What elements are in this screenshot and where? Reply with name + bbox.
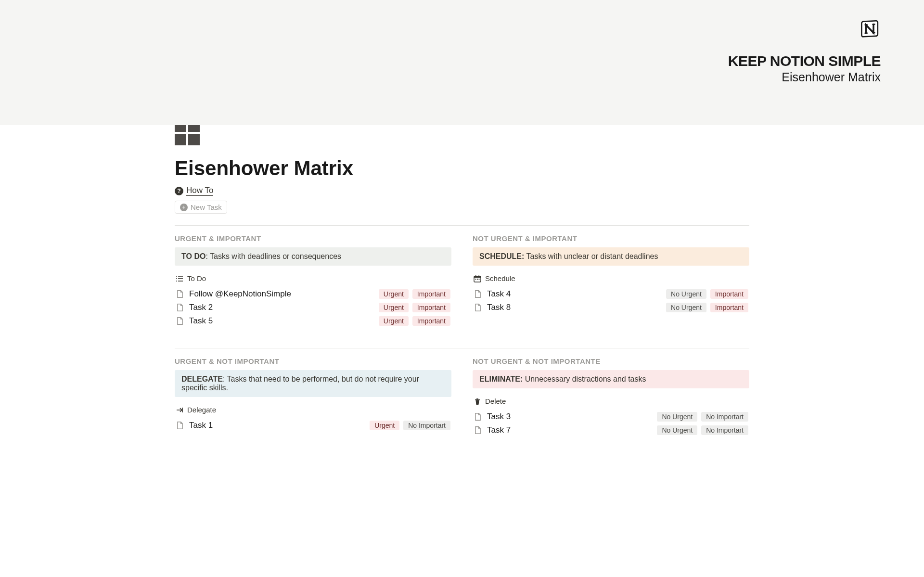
callout-todo: TO DO: Tasks with deadlines or consequen… [175,247,451,266]
trash-icon [474,397,481,405]
task-list: Follow @KeepNotionSimpleUrgentImportantT… [175,287,451,328]
notion-logo [860,18,881,41]
tag-urgent: Urgent [379,316,409,326]
tag-no_urgent: No Urgent [657,412,697,422]
tag-important: Important [710,303,748,312]
svg-rect-6 [178,281,183,282]
svg-rect-13 [479,279,480,280]
view-schedule[interactable]: Schedule [473,271,749,287]
task-tags: UrgentImportant [379,289,450,299]
task-list: Task 3No UrgentNo ImportartTask 7No Urge… [473,410,749,437]
task-title: Task 1 [189,421,365,430]
page-icon [474,303,482,312]
new-task-button[interactable]: + New Task [175,201,227,214]
tag-urgent: Urgent [379,289,409,299]
question-icon: ? [175,187,183,195]
matrix-grid-bottom: URGENT & NOT IMPORTANT DELEGATE: Tasks t… [175,357,749,437]
callout-delegate: DELEGATE: Tasks that need to be performe… [175,370,451,397]
cover-area: KEEP NOTION SIMPLE Eisenhower Matrix [0,0,924,125]
tag-no_urgent: No Urgent [666,289,706,299]
matrix-grid: URGENT & IMPORTANT TO DO: Tasks with dea… [175,234,749,344]
view-delegate[interactable]: Delegate [175,403,451,419]
svg-rect-8 [474,276,481,278]
quadrant-heading: NOT URGENT & NOT IMPORTANTE [473,357,749,365]
tag-important: Important [412,303,450,312]
page-icon [474,290,482,298]
quadrant-urgent-notimportant: URGENT & NOT IMPORTANT DELEGATE: Tasks t… [175,357,451,437]
task-row[interactable]: Task 8No UrgentImportant [473,301,749,314]
view-delete[interactable]: Delete [473,394,749,410]
svg-rect-10 [479,275,480,277]
quadrant-noturgent-important: NOT URGENT & IMPORTANT SCHEDULE: Tasks w… [473,234,749,328]
quadrant-urgent-important: URGENT & IMPORTANT TO DO: Tasks with dea… [175,234,451,328]
page-title: Eisenhower Matrix [175,157,749,180]
svg-rect-11 [475,279,476,280]
tag-no_important: No Importart [701,425,748,435]
cover-title: KEEP NOTION SIMPLE [728,53,881,69]
task-tags: No UrgentNo Importart [657,412,748,422]
view-todo[interactable]: To Do [175,271,451,287]
task-tags: UrgentNo Importart [370,421,450,430]
svg-point-5 [176,281,177,282]
task-title: Follow @KeepNotionSimple [189,289,374,299]
quadrant-heading: URGENT & NOT IMPORTANT [175,357,451,365]
tag-important: Important [710,289,748,299]
quadrant-heading: NOT URGENT & IMPORTANT [473,234,749,243]
task-row[interactable]: Task 1UrgentNo Importart [175,419,451,432]
tag-urgent: Urgent [379,303,409,312]
page-icon [474,412,482,421]
page-icon [474,426,482,435]
task-row[interactable]: Follow @KeepNotionSimpleUrgentImportant [175,287,451,301]
tag-urgent: Urgent [370,421,399,430]
task-row[interactable]: Task 2UrgentImportant [175,301,451,314]
svg-rect-2 [178,276,183,277]
tag-important: Important [412,289,450,299]
task-row[interactable]: Task 7No UrgentNo Importart [473,423,749,437]
new-task-label: New Task [191,203,222,211]
quadrant-noturgent-notimportant: NOT URGENT & NOT IMPORTANTE ELIMINATE: U… [473,357,749,437]
callout-eliminate: ELIMINATE: Unnecessary distractions and … [473,370,749,388]
how-to-link[interactable]: ? How To [175,186,213,196]
plus-circle-icon: + [180,204,188,211]
svg-point-3 [176,278,177,279]
task-list: Task 4No UrgentImportantTask 8No UrgentI… [473,287,749,314]
calendar-icon [474,275,481,282]
task-title: Task 2 [189,303,374,312]
list-icon [176,275,183,282]
task-title: Task 5 [189,316,374,326]
task-list: Task 1UrgentNo Importart [175,419,451,432]
page-icon [176,421,184,430]
task-row[interactable]: Task 4No UrgentImportant [473,287,749,301]
page-icon [176,290,184,298]
view-label-text: Schedule [485,274,515,282]
page-icon [176,303,184,312]
page-icon [176,317,184,325]
quadrant-heading: URGENT & IMPORTANT [175,234,451,243]
view-label-text: Delegate [187,406,216,414]
task-title: Task 3 [487,412,652,422]
task-tags: No UrgentImportant [666,289,748,299]
tag-no_important: No Importart [701,412,748,422]
task-title: Task 8 [487,303,661,312]
task-title: Task 4 [487,289,661,299]
svg-rect-14 [475,399,480,400]
svg-point-1 [176,276,177,277]
task-tags: UrgentImportant [379,316,450,326]
divider [175,225,749,226]
task-tags: No UrgentImportant [666,303,748,312]
tag-no_important: No Importart [403,421,450,430]
task-tags: No UrgentNo Importart [657,425,748,435]
view-label-text: Delete [485,397,506,405]
svg-rect-12 [477,279,478,280]
arrow-right-icon [176,406,183,414]
task-row[interactable]: Task 3No UrgentNo Importart [473,410,749,423]
view-label-text: To Do [187,274,206,282]
tag-important: Important [412,316,450,326]
tag-no_urgent: No Urgent [666,303,706,312]
divider [175,348,749,348]
task-tags: UrgentImportant [379,303,450,312]
callout-schedule: SCHEDULE: Tasks with unclear or distant … [473,247,749,266]
how-to-label: How To [186,186,213,196]
task-row[interactable]: Task 5UrgentImportant [175,314,451,328]
svg-rect-15 [476,398,478,399]
